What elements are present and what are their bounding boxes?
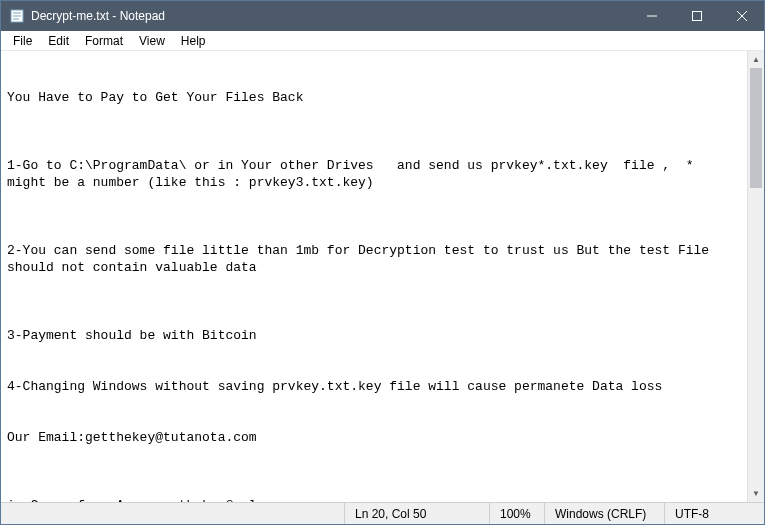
scroll-down-arrow[interactable]: ▼ xyxy=(748,485,764,502)
vertical-scrollbar[interactable]: ▲ ▼ xyxy=(747,51,764,502)
window-controls xyxy=(629,1,764,31)
window-title: Decrypt-me.txt - Notepad xyxy=(31,9,629,23)
close-button[interactable] xyxy=(719,1,764,31)
status-eol: Windows (CRLF) xyxy=(544,503,664,524)
minimize-button[interactable] xyxy=(629,1,674,31)
maximize-button[interactable] xyxy=(674,1,719,31)
text-editor[interactable]: You Have to Pay to Get Your Files Back 1… xyxy=(1,51,747,502)
scroll-up-arrow[interactable]: ▲ xyxy=(748,51,764,68)
status-zoom[interactable]: 100% xyxy=(489,503,544,524)
status-encoding: UTF-8 xyxy=(664,503,764,524)
menubar: File Edit Format View Help xyxy=(1,31,764,51)
titlebar: Decrypt-me.txt - Notepad xyxy=(1,1,764,31)
menu-format[interactable]: Format xyxy=(77,32,131,50)
notepad-icon xyxy=(9,8,25,24)
menu-help[interactable]: Help xyxy=(173,32,214,50)
svg-rect-5 xyxy=(692,12,701,21)
status-position: Ln 20, Col 50 xyxy=(344,503,489,524)
menu-view[interactable]: View xyxy=(131,32,173,50)
content-area: You Have to Pay to Get Your Files Back 1… xyxy=(1,51,764,502)
menu-edit[interactable]: Edit xyxy=(40,32,77,50)
menu-file[interactable]: File xyxy=(5,32,40,50)
statusbar: Ln 20, Col 50 100% Windows (CRLF) UTF-8 xyxy=(1,502,764,524)
scroll-thumb[interactable] xyxy=(750,68,762,188)
